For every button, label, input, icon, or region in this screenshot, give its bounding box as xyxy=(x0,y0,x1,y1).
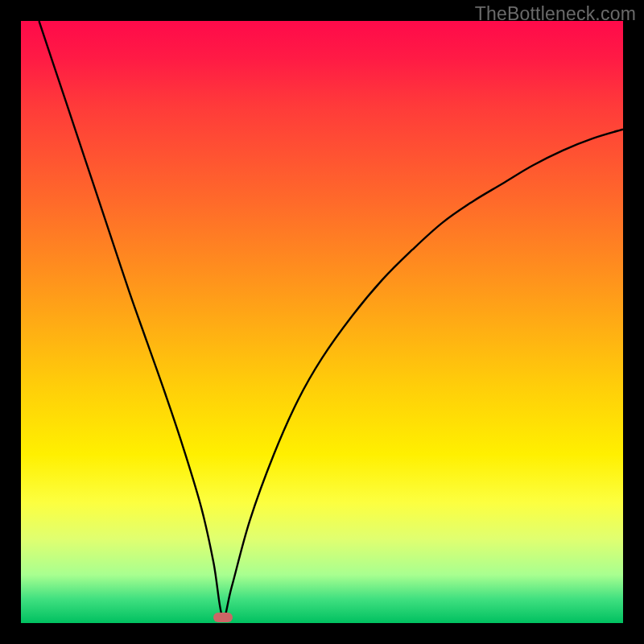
bottleneck-curve xyxy=(21,21,623,623)
watermark-text: TheBottleneck.com xyxy=(475,3,636,25)
minimum-marker xyxy=(213,613,233,622)
chart-plot-area xyxy=(21,21,623,623)
curve-path xyxy=(39,21,623,617)
